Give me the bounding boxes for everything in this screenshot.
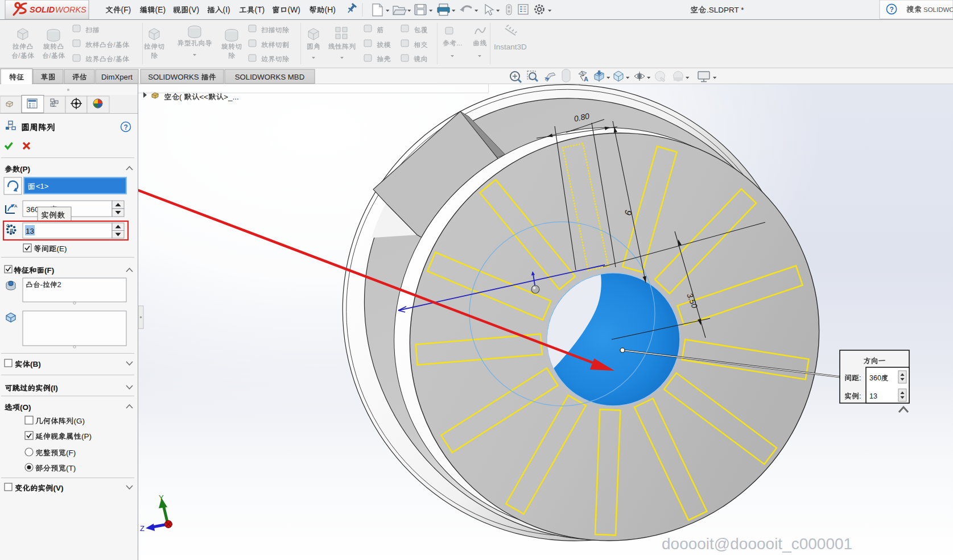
svg-text:(F): (F) bbox=[44, 266, 54, 275]
svg-text:#: # bbox=[10, 227, 13, 234]
svg-text:(W): (W) bbox=[288, 6, 300, 14]
svg-text:-: - bbox=[40, 280, 43, 289]
svg-text:SOLIDWORKS MBD: SOLIDWORKS MBD bbox=[235, 73, 304, 81]
svg-text:(B): (B) bbox=[30, 360, 41, 368]
svg-text:/: / bbox=[49, 52, 51, 60]
svg-text:SOLIDWORKS: SOLIDWORKS bbox=[148, 73, 199, 81]
svg-text:.SLDPRT *: .SLDPRT * bbox=[707, 6, 744, 14]
svg-text:(P): (P) bbox=[20, 165, 30, 173]
svg-text:(T): (T) bbox=[255, 6, 265, 14]
svg-text:(I): (I) bbox=[223, 6, 230, 14]
svg-text:...: ... bbox=[456, 39, 462, 47]
svg-text:(E): (E) bbox=[57, 244, 67, 253]
svg-text:(E): (E) bbox=[155, 6, 166, 14]
svg-text:A: A bbox=[584, 76, 588, 82]
svg-text:Y: Y bbox=[159, 493, 164, 502]
svg-text:13: 13 bbox=[26, 227, 34, 235]
svg-text:(F): (F) bbox=[121, 6, 131, 14]
svg-text:(V): (V) bbox=[189, 6, 199, 14]
svg-text:Z: Z bbox=[140, 524, 145, 533]
svg-text:<1>: <1> bbox=[36, 182, 48, 190]
svg-text:2: 2 bbox=[57, 280, 61, 289]
svg-text:360: 360 bbox=[869, 374, 881, 382]
svg-text:SOLIDWO: SOLIDWO bbox=[923, 6, 953, 13]
svg-text::: : bbox=[859, 374, 861, 382]
svg-text:Instant3D: Instant3D bbox=[494, 43, 527, 51]
svg-text:(I): (I) bbox=[51, 384, 58, 392]
svg-text:DimXpert: DimXpert bbox=[101, 73, 133, 81]
svg-text:/: / bbox=[113, 41, 115, 49]
svg-text:>_...: >_... bbox=[224, 93, 239, 101]
svg-text:(T): (T) bbox=[66, 464, 76, 472]
svg-text:(: ( bbox=[179, 93, 182, 101]
svg-text:dooooit@dooooit_c000001: dooooit@dooooit_c000001 bbox=[662, 535, 852, 553]
svg-text:(F): (F) bbox=[66, 449, 76, 457]
svg-text::: : bbox=[859, 392, 861, 400]
svg-text:<<: << bbox=[199, 93, 208, 101]
svg-text:(P): (P) bbox=[81, 432, 92, 441]
svg-text:/: / bbox=[113, 55, 115, 63]
svg-text:(G): (G) bbox=[74, 417, 85, 425]
svg-text:SOLID: SOLID bbox=[30, 5, 55, 14]
svg-text:(H): (H) bbox=[325, 6, 336, 14]
svg-text:13: 13 bbox=[869, 392, 877, 400]
svg-text:WORKS: WORKS bbox=[55, 5, 86, 14]
svg-text:?: ? bbox=[890, 6, 894, 14]
svg-text:(O): (O) bbox=[20, 403, 31, 412]
svg-text:?: ? bbox=[124, 123, 128, 131]
svg-text:/: / bbox=[18, 52, 20, 60]
svg-text:(V): (V) bbox=[53, 484, 64, 492]
svg-text:A: A bbox=[14, 204, 18, 209]
